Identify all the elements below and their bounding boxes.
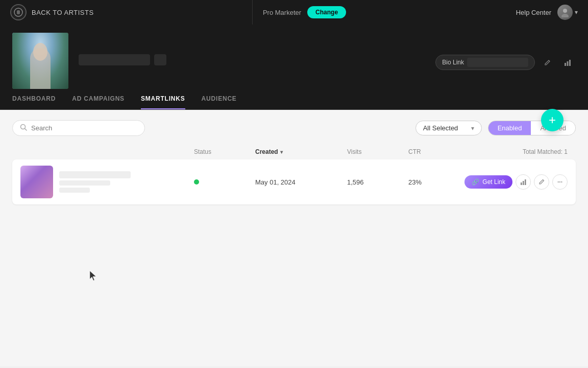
sort-arrow-icon: ▾ [280, 149, 283, 155]
status-label: Status [194, 148, 211, 155]
link-subtitle-blurred [59, 180, 110, 186]
created-label: Created [255, 148, 278, 155]
change-plan-button[interactable]: Change [307, 6, 346, 18]
link-edit-button[interactable] [534, 174, 549, 190]
artist-header: Bio Link [0, 25, 588, 89]
svg-point-2 [561, 14, 569, 17]
col-header-name [20, 148, 194, 155]
bio-link-label: Bio Link [442, 59, 464, 66]
col-header-ctr: CTR [408, 148, 459, 155]
artist-photo [12, 33, 68, 89]
nav-center: Pro Marketer Change [263, 6, 346, 18]
artist-badge [154, 54, 166, 65]
tab-smartlinks[interactable]: SMARTLINKS [141, 89, 185, 109]
link-ctr: 23% [408, 178, 459, 186]
col-header-created[interactable]: Created ▾ [255, 148, 347, 155]
nav-right: Help Center ▾ [346, 5, 578, 20]
enabled-filter-button[interactable]: Enabled [488, 121, 531, 135]
table-row: May 01, 2024 1,596 23% 🔗 Get Link ··· [12, 159, 576, 204]
svg-rect-5 [569, 60, 571, 66]
link-name-blurred [59, 171, 131, 178]
all-selected-label: All Selected [423, 124, 458, 132]
visits-label: Visits [347, 148, 361, 155]
create-smartlink-button[interactable]: + [541, 109, 564, 131]
link-stats-button[interactable] [516, 174, 531, 190]
artist-actions: Bio Link [435, 51, 576, 71]
get-link-label: Get Link [482, 178, 505, 186]
bio-link-value [467, 58, 528, 67]
link-name-block [59, 171, 194, 193]
chevron-down-icon: ▾ [575, 9, 578, 16]
pro-marketer-label: Pro Marketer [263, 9, 301, 16]
link-status [194, 179, 255, 185]
main-content: + All Selected ▾ Enabled Archived [0, 110, 588, 366]
ctr-label: CTR [408, 148, 421, 155]
tab-dashboard[interactable]: DASHBOARD [12, 89, 56, 109]
bio-link-button[interactable]: Bio Link [435, 55, 535, 70]
nav-left: BACK TO ARTISTS [10, 4, 242, 20]
status-active-indicator [194, 179, 199, 185]
top-navigation: BACK TO ARTISTS Pro Marketer Change Help… [0, 0, 588, 25]
link-chain-icon: 🔗 [472, 178, 479, 186]
back-to-artists-link[interactable]: BACK TO ARTISTS [32, 9, 94, 16]
link-created-date: May 01, 2024 [255, 178, 347, 186]
get-link-button[interactable]: 🔗 Get Link [464, 175, 512, 189]
link-info [20, 166, 194, 198]
svg-rect-9 [523, 181, 524, 185]
link-thumbnail [20, 166, 53, 198]
svg-rect-8 [521, 182, 522, 185]
all-selected-dropdown[interactable]: All Selected ▾ [415, 121, 482, 135]
tabs-bar: DASHBOARD AD CAMPAIGNS SMARTLINKS AUDIEN… [0, 89, 588, 110]
search-input[interactable] [31, 124, 137, 132]
user-menu[interactable]: ▾ [557, 5, 578, 20]
artist-name [79, 54, 150, 65]
svg-rect-10 [525, 179, 526, 185]
tab-audience[interactable]: AUDIENCE [202, 89, 237, 109]
dropdown-chevron-icon: ▾ [471, 125, 474, 132]
total-matched: Total Matched: 1 [459, 148, 568, 155]
nav-divider [252, 0, 253, 25]
toolbar: All Selected ▾ Enabled Archived [12, 120, 576, 136]
search-icon [20, 124, 27, 132]
table-header: Status Created ▾ Visits CTR Total Matche… [12, 144, 576, 159]
col-header-status: Status [194, 148, 255, 155]
edit-artist-button[interactable] [539, 55, 555, 71]
svg-point-1 [563, 9, 567, 13]
logo-icon [10, 4, 27, 20]
stats-button[interactable] [559, 55, 576, 71]
svg-rect-3 [565, 63, 566, 66]
link-more-options-button[interactable]: ··· [552, 174, 568, 190]
help-center-link[interactable]: Help Center [516, 9, 551, 16]
search-box[interactable] [12, 120, 145, 136]
row-actions: 🔗 Get Link ··· [459, 174, 568, 190]
user-avatar [557, 5, 573, 20]
plus-icon: + [549, 114, 556, 126]
link-url-blurred [59, 188, 90, 193]
svg-rect-4 [567, 61, 569, 66]
link-visits: 1,596 [347, 178, 408, 186]
tab-ad-campaigns[interactable]: AD CAMPAIGNS [72, 89, 125, 109]
col-header-visits: Visits [347, 148, 408, 155]
artist-name-row [79, 54, 425, 65]
svg-line-7 [25, 129, 27, 131]
